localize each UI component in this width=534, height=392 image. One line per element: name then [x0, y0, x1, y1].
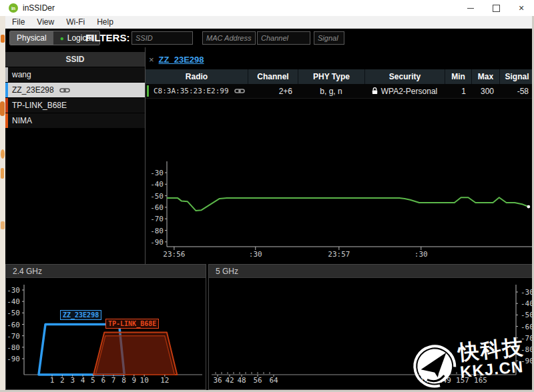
svg-text::30: :30	[249, 250, 262, 259]
row-channel: 2+6	[248, 84, 298, 98]
kkj-watermark: 快科技 KKJ.CN	[395, 326, 534, 392]
column-radio[interactable]: Radio	[146, 69, 248, 84]
sidebar-item-label: wang	[12, 70, 31, 79]
signal-time-chart: -30-40-50-60-70-80-9023:56:3023:57:30	[146, 153, 532, 264]
svg-text:-50: -50	[521, 311, 532, 319]
row-min-rate: 1	[445, 84, 471, 98]
row-max-rate: 300	[471, 84, 499, 98]
window-title: inSSIDer	[23, 3, 55, 13]
band-2-4ghz-title: 2.4 GHz	[6, 265, 206, 278]
filter-bar: Physical ●Logical FILTERS:	[5, 29, 534, 47]
tab-label[interactable]: ZZ_23E298	[159, 55, 204, 65]
svg-text:-80: -80	[7, 343, 20, 352]
network-color-bar	[5, 67, 8, 82]
svg-text:56: 56	[253, 376, 262, 385]
row-phy-type: b, g, n	[298, 84, 364, 98]
band-2-4ghz-chart: -30-40-50-60-70-80-901234567891012	[6, 278, 206, 389]
signal-filter-input[interactable]	[314, 31, 344, 45]
svg-text:1: 1	[50, 376, 55, 385]
sidebar-item-nima[interactable]: NIMA	[5, 113, 145, 129]
maximize-icon	[493, 5, 500, 12]
svg-text:12: 12	[160, 376, 169, 385]
close-icon: ×	[519, 5, 524, 11]
column-max[interactable]: Max	[471, 69, 499, 84]
minimize-icon	[467, 8, 474, 9]
svg-text:-40: -40	[521, 299, 532, 308]
sidebar-item-label: NIMA	[12, 116, 32, 125]
svg-text:-90: -90	[7, 355, 20, 363]
link-icon	[234, 88, 245, 94]
svg-text:-70: -70	[7, 332, 20, 341]
sidebar-item-label: TP-LINK_B68E	[12, 101, 67, 110]
svg-text:36: 36	[213, 376, 222, 385]
ssid-filter-input[interactable]	[131, 31, 193, 45]
svg-text:23:56: 23:56	[163, 250, 185, 259]
svg-text:-90: -90	[150, 238, 164, 247]
svg-text:-30: -30	[521, 288, 532, 297]
sidebar-item-zz-23e298[interactable]: ZZ_23E298	[5, 83, 145, 98]
svg-text:-30: -30	[7, 286, 20, 295]
menu-help[interactable]: Help	[91, 17, 119, 27]
svg-text:3: 3	[70, 376, 75, 385]
background-window-sliver	[0, 16, 5, 390]
close-button[interactable]: ×	[509, 0, 534, 16]
svg-text:48: 48	[237, 376, 246, 385]
mac-address-filter-input[interactable]	[202, 31, 256, 45]
band-5ghz-title: 5 GHz	[209, 265, 532, 278]
sidebar-item-tp-link-b68e[interactable]: TP-LINK_B68E	[5, 98, 145, 113]
column-phy-type[interactable]: PHY Type	[298, 69, 364, 84]
svg-text::30: :30	[415, 250, 428, 259]
link-icon	[59, 87, 70, 93]
channel-filter-input[interactable]	[257, 31, 310, 45]
svg-text:-40: -40	[7, 297, 20, 306]
row-signal: -58	[499, 84, 534, 98]
svg-text:5: 5	[91, 376, 95, 385]
svg-text:9: 9	[131, 376, 136, 385]
watermark-url-text: KKJ.CN	[459, 359, 527, 381]
network-color-bar	[5, 113, 8, 128]
network-color-bar	[5, 98, 8, 113]
column-min[interactable]: Min	[445, 69, 471, 84]
menu-wifi[interactable]: Wi-Fi	[60, 17, 91, 27]
tab-close-icon[interactable]: ×	[149, 55, 154, 65]
column-security[interactable]: Security	[364, 69, 445, 84]
svg-text:-50: -50	[150, 192, 164, 201]
svg-text:-30: -30	[150, 169, 164, 177]
menu-view[interactable]: View	[31, 17, 60, 27]
filters-label: FILTERS:	[85, 32, 129, 43]
menu-bar: File View Wi-Fi Help	[5, 16, 534, 29]
svg-text:8: 8	[121, 376, 126, 385]
lock-icon	[372, 87, 378, 95]
ssid-sidebar: SSID wang ZZ_23E298 TP-LINK_B68E NIMA	[5, 47, 146, 264]
app-icon: in	[9, 3, 18, 13]
radio-mac-address: C8:3A:35:23:E2:99	[154, 87, 229, 95]
menu-file[interactable]: File	[5, 17, 31, 27]
svg-text:7: 7	[111, 376, 116, 385]
physical-toggle[interactable]: Physical	[10, 31, 53, 45]
svg-text:2: 2	[60, 376, 65, 385]
network-tab[interactable]: × ZZ_23E298	[146, 52, 204, 67]
svg-text:42: 42	[225, 376, 234, 385]
maximize-button[interactable]	[483, 0, 509, 16]
title-bar: in inSSIDer ×	[0, 0, 534, 16]
sidebar-item-label: ZZ_23E298	[12, 85, 54, 95]
svg-text:4: 4	[81, 376, 85, 385]
svg-text:-50: -50	[7, 309, 20, 317]
svg-text:-60: -60	[150, 203, 164, 212]
sidebar-item-wang[interactable]: wang	[5, 67, 145, 83]
row-security: WPA2-Personal	[364, 84, 445, 98]
network-color-bar	[5, 83, 8, 97]
radio-table-header: Radio Channel PHY Type Security Min Max …	[146, 69, 534, 84]
svg-text:-60: -60	[7, 321, 20, 329]
ssid-column-header[interactable]: SSID	[5, 52, 145, 67]
svg-text:10: 10	[140, 376, 149, 385]
logical-active-dot: ●	[60, 35, 64, 42]
minimize-button[interactable]	[458, 0, 483, 16]
svg-text:6: 6	[101, 376, 105, 385]
column-signal[interactable]: Signal	[499, 69, 534, 84]
radio-table-row[interactable]: C8:3A:35:23:E2:99 2+6 b, g, n WPA2-Perso…	[146, 84, 534, 99]
paper-plane-logo-icon	[411, 343, 459, 392]
column-channel[interactable]: Channel	[248, 69, 298, 84]
band-2-4ghz-panel: 2.4 GHz -30-40-50-60-70-80-9012345678910…	[5, 264, 206, 390]
svg-text:64: 64	[269, 376, 278, 385]
